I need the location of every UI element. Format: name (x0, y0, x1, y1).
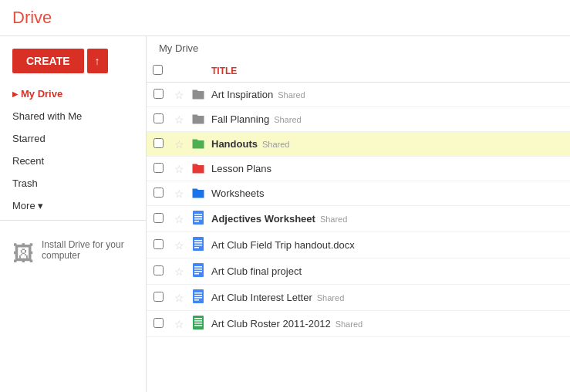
row-checkbox-6[interactable] (153, 213, 164, 223)
svg-rect-24 (194, 325, 202, 326)
upload-button[interactable]: ↑ (87, 49, 108, 73)
svg-rect-4 (194, 221, 199, 222)
sidebar-item-shared-with-me[interactable]: Shared with Me (0, 105, 146, 127)
file-name-8[interactable]: Art Club final project (211, 265, 302, 277)
svg-rect-0 (193, 211, 204, 225)
svg-rect-15 (193, 289, 204, 303)
star-icon-3[interactable]: ☆ (174, 138, 184, 150)
svg-rect-10 (193, 263, 204, 277)
shared-tag-3: Shared (262, 140, 289, 149)
table-row: ☆Art Club final project (147, 259, 570, 285)
file-name-2[interactable]: Fall Planning (211, 113, 269, 125)
title-header: TITLE (208, 60, 570, 83)
install-icon: 🖼 (12, 241, 34, 266)
star-icon-1[interactable]: ☆ (174, 89, 184, 101)
file-list: TITLE ☆Art InspirationShared☆Fall Planni… (147, 60, 570, 337)
sidebar-item-trash[interactable]: Trash (0, 172, 146, 194)
create-area: CREATE ↑ (0, 42, 146, 83)
install-label: Install Drive for your computer (42, 239, 133, 261)
svg-rect-2 (194, 216, 202, 218)
svg-rect-13 (194, 271, 202, 272)
row-checkbox-10[interactable] (153, 318, 164, 328)
table-row: ☆Art Club Interest LetterShared (147, 285, 570, 311)
sidebar-item-more[interactable]: More ▾ (0, 194, 146, 217)
row-checkbox-3[interactable] (153, 138, 164, 148)
file-name-1[interactable]: Art Inspiration (211, 89, 273, 100)
svg-rect-1 (194, 214, 202, 215)
file-name-4[interactable]: Lesson Plans (211, 163, 272, 174)
svg-rect-14 (194, 273, 199, 275)
svg-rect-22 (194, 320, 202, 322)
icon-header (188, 60, 208, 83)
star-icon-5[interactable]: ☆ (174, 188, 184, 200)
table-row: ☆Fall PlanningShared (147, 107, 570, 132)
svg-rect-12 (194, 269, 202, 270)
sidebar-item-my-drive[interactable]: My Drive (0, 83, 146, 105)
svg-rect-21 (194, 318, 202, 319)
svg-rect-3 (194, 218, 202, 220)
upload-icon: ↑ (95, 55, 100, 67)
row-checkbox-9[interactable] (153, 292, 164, 302)
checkbox-header (147, 60, 170, 83)
file-name-10[interactable]: Art Club Roster 2011-2012 (211, 318, 331, 329)
table-row: ☆Lesson Plans (147, 157, 570, 181)
star-icon-10[interactable]: ☆ (174, 318, 184, 330)
table-row: ☆HandoutsShared (147, 132, 570, 157)
shared-tag-10: Shared (336, 319, 363, 329)
svg-rect-9 (194, 247, 199, 248)
sidebar-item-recent[interactable]: Recent (0, 150, 146, 172)
file-name-5[interactable]: Worksheets (211, 188, 264, 199)
svg-rect-8 (194, 245, 202, 246)
file-type-icon-2 (191, 115, 205, 127)
main-content: My Drive TITLE ☆Art InspirationShared☆Fa… (147, 36, 570, 392)
file-type-icon-4 (191, 164, 205, 176)
star-header (170, 60, 188, 83)
star-icon-7[interactable]: ☆ (174, 239, 184, 252)
layout: CREATE ↑ My DriveShared with MeStarredRe… (0, 36, 570, 392)
star-icon-9[interactable]: ☆ (174, 292, 184, 304)
svg-rect-16 (194, 292, 202, 294)
star-icon-2[interactable]: ☆ (174, 113, 184, 126)
create-button[interactable]: CREATE (12, 49, 84, 73)
breadcrumb: My Drive (147, 36, 570, 60)
svg-rect-11 (194, 266, 202, 268)
table-row: ☆Art InspirationShared (147, 83, 570, 107)
row-checkbox-5[interactable] (153, 188, 164, 198)
header: Drive (0, 0, 570, 36)
select-all-checkbox[interactable] (153, 65, 163, 75)
star-icon-6[interactable]: ☆ (174, 213, 184, 225)
file-type-icon-8 (192, 268, 204, 279)
file-type-icon-10 (192, 320, 204, 332)
shared-tag-2: Shared (274, 115, 301, 124)
table-row: ☆Art Club Roster 2011-2012Shared (147, 311, 570, 337)
install-drive-section[interactable]: 🖼 Install Drive for your computer (0, 233, 146, 272)
file-type-icon-7 (192, 242, 204, 253)
file-type-icon-5 (191, 189, 205, 201)
shared-tag-9: Shared (317, 293, 344, 302)
shared-tag-6: Shared (320, 215, 347, 224)
svg-rect-18 (194, 297, 202, 299)
row-checkbox-4[interactable] (153, 163, 164, 173)
file-name-7[interactable]: Art Club Field Trip handout.docx (211, 239, 355, 251)
star-icon-8[interactable]: ☆ (174, 265, 184, 278)
nav-list: My DriveShared with MeStarredRecentTrash… (0, 83, 146, 217)
star-icon-4[interactable]: ☆ (174, 163, 184, 175)
row-checkbox-2[interactable] (153, 113, 164, 123)
svg-rect-7 (194, 242, 202, 244)
file-type-icon-9 (192, 294, 204, 306)
table-row: ☆Worksheets (147, 181, 570, 206)
file-name-3[interactable]: Handouts (211, 138, 258, 150)
file-name-6[interactable]: Adjectives Worksheet (211, 213, 315, 225)
row-checkbox-8[interactable] (153, 265, 164, 275)
svg-rect-19 (194, 299, 199, 301)
row-checkbox-1[interactable] (153, 89, 164, 99)
file-type-icon-1 (191, 90, 205, 102)
file-name-9[interactable]: Art Club Interest Letter (211, 292, 312, 303)
sidebar-divider (0, 220, 146, 221)
sidebar-item-starred[interactable]: Starred (0, 127, 146, 150)
sidebar: CREATE ↑ My DriveShared with MeStarredRe… (0, 36, 147, 392)
table-header: TITLE (147, 60, 570, 83)
svg-rect-6 (194, 240, 202, 242)
table-row: ☆Art Club Field Trip handout.docx (147, 232, 570, 259)
row-checkbox-7[interactable] (153, 239, 164, 249)
